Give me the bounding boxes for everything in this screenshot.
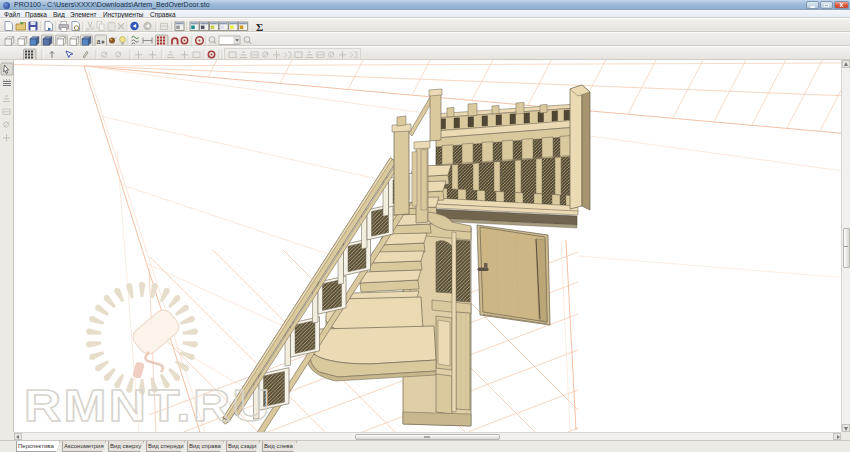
svg-text:a: a <box>97 38 101 45</box>
svg-text:RMNT.RU: RMNT.RU <box>24 381 272 430</box>
svg-text:Σ: Σ <box>256 21 263 33</box>
